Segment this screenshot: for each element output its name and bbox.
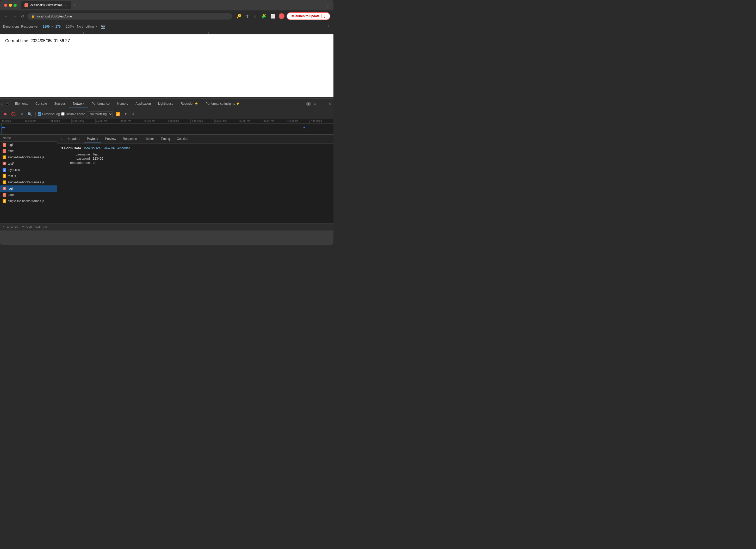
address-input[interactable]: 🔒 localhost:8080/test/time: [27, 13, 232, 20]
detail-tab-preview[interactable]: Preview: [102, 136, 119, 142]
page-content: Current time: 2024/05/05/ 01:56:27: [0, 34, 333, 97]
tab-console[interactable]: Console: [32, 100, 51, 108]
ni-icon-html: H: [3, 187, 6, 190]
preserve-log-checkbox[interactable]: [38, 112, 41, 116]
network-item-hooks3[interactable]: J single-file-hooks-frames.js: [0, 198, 57, 204]
tab-memory[interactable]: Memory: [113, 100, 132, 108]
maximize-button[interactable]: [14, 4, 17, 7]
ni-icon-js: J: [3, 155, 6, 159]
tab-close-button[interactable]: ×: [64, 3, 68, 7]
ni-icon-html: H: [3, 143, 6, 147]
view-url-encoded-link[interactable]: view URL-encoded: [104, 146, 130, 150]
detail-tab-cookies[interactable]: Cookies: [174, 136, 191, 142]
disable-cache-text: Disable cache: [66, 112, 85, 116]
network-item-login1[interactable]: H login: [0, 142, 57, 148]
devtools-close-button[interactable]: ×: [327, 101, 332, 107]
devtools-device-icon[interactable]: 📱: [5, 102, 9, 106]
throttling-label[interactable]: No throttling: [77, 25, 94, 28]
view-source-link[interactable]: view source: [84, 146, 101, 150]
tab-elements[interactable]: Elements: [11, 100, 32, 108]
lock-icon: 🔒: [31, 14, 35, 18]
tab-list-button[interactable]: ⌄: [326, 3, 329, 7]
network-item-time1[interactable]: H time: [0, 148, 57, 154]
tab-lighthouse[interactable]: Lighthouse: [154, 100, 177, 108]
network-item-hooks1[interactable]: J single-file-hooks-frames.js: [0, 154, 57, 160]
ni-icon-js: J: [3, 174, 6, 178]
tab-sources-label: Sources: [54, 102, 66, 105]
tab-perf-insights[interactable]: Performance insights ⚡: [202, 100, 243, 108]
detail-tab-response[interactable]: Response: [120, 136, 140, 142]
active-tab[interactable]: localhost:8080/test/time ×: [21, 1, 71, 9]
key-icon[interactable]: 🔑: [235, 13, 243, 20]
preserve-log-label[interactable]: Preserve log: [38, 112, 60, 116]
tab-sources[interactable]: Sources: [51, 100, 69, 108]
network-item-test[interactable]: H test/: [0, 160, 57, 167]
ni-icon-html: H: [3, 149, 6, 153]
toolbar-sep1: [35, 112, 36, 116]
throttling-select[interactable]: No throttling Slow 3G Fast 3G: [87, 111, 113, 117]
ni-label: login: [8, 143, 14, 147]
address-bar: ← → ↻ 🔒 localhost:8080/test/time 🔑 ⬆ ☆ 🧩…: [0, 10, 333, 22]
form-data-key-username: username:: [61, 153, 93, 156]
network-item-hooks2[interactable]: J single-file-hooks-frames.js: [0, 179, 57, 185]
search-button[interactable]: 🔍: [26, 111, 33, 117]
throttling-arrow: ▾: [96, 25, 97, 28]
tab-application[interactable]: Application: [132, 100, 154, 108]
detail-tab-timing[interactable]: Timing: [158, 136, 173, 142]
detail-tab-payload[interactable]: Payload: [84, 136, 101, 142]
detail-tab-payload-label: Payload: [87, 137, 98, 141]
disable-cache-checkbox[interactable]: [61, 112, 65, 116]
network-item-time2[interactable]: H time: [0, 192, 57, 198]
devtools-settings-button[interactable]: ⚙: [312, 101, 318, 107]
detail-tab-initiator[interactable]: Initiator: [141, 136, 157, 142]
share-icon[interactable]: ⬆: [245, 13, 250, 20]
wifi-button[interactable]: 📶: [114, 111, 121, 117]
detail-tab-cookies-label: Cookies: [177, 137, 188, 141]
network-item-testjs[interactable]: J test.js: [0, 173, 57, 179]
network-item-css[interactable]: C style.css: [0, 167, 57, 173]
disable-cache-label[interactable]: Disable cache: [61, 112, 85, 116]
viewport-more[interactable]: ⋮: [327, 25, 330, 28]
relaunch-more-icon: ⋮: [323, 14, 326, 18]
camera-button[interactable]: 📷: [99, 24, 106, 29]
extensions-icon[interactable]: 🧩: [260, 13, 267, 20]
ruler-mark-2: [42, 32, 83, 34]
split-icon[interactable]: ⬜: [269, 13, 277, 20]
form-data-remember: remember-me: on: [61, 161, 329, 165]
tab-network[interactable]: Network: [69, 100, 88, 108]
record-button[interactable]: ⏺: [2, 111, 8, 117]
tab-recorder[interactable]: Recorder ⚡: [177, 100, 202, 108]
detail-close-button[interactable]: ×: [59, 136, 64, 142]
timeline-mark-7: 35000 ms: [143, 119, 167, 123]
forward-button[interactable]: →: [11, 13, 18, 20]
traffic-lights: [4, 4, 17, 7]
bookmark-icon[interactable]: ☆: [252, 13, 258, 20]
devtools-more-button[interactable]: ⋮: [319, 101, 326, 107]
network-toolbar: ⏺ 🚫 ⫷ 🔍 Preserve log Disable cache No th…: [0, 109, 333, 119]
reload-button[interactable]: ↻: [20, 13, 25, 20]
close-button[interactable]: [4, 4, 7, 7]
ni-label: style.css: [8, 168, 20, 172]
devtools-inspector-icon[interactable]: ⬚: [1, 102, 4, 106]
profile-avatar[interactable]: E: [279, 13, 284, 19]
detail-tab-headers-label: Headers: [68, 137, 80, 141]
relaunch-button[interactable]: Relaunch to update ⋮: [287, 12, 330, 20]
ni-label: test/: [8, 162, 14, 165]
timeline-mark-4: 20000 ms: [71, 119, 95, 123]
ni-icon-html: H: [3, 193, 6, 197]
back-button[interactable]: ←: [3, 13, 9, 20]
filter-button[interactable]: ⫷: [18, 111, 25, 117]
download-har-button[interactable]: ⬇: [130, 111, 136, 117]
preserve-log-text: Preserve log: [42, 112, 60, 116]
tab-performance[interactable]: Performance: [88, 100, 113, 108]
detail-tab-initiator-label: Initiator: [144, 137, 154, 141]
upload-har-button[interactable]: ⬆: [123, 111, 129, 117]
dimensions-label[interactable]: Dimensions: Responsive: [3, 25, 38, 28]
clear-button[interactable]: 🚫: [10, 111, 17, 117]
zoom-level[interactable]: 100%: [66, 25, 74, 28]
ruler-mark-5: [167, 32, 208, 34]
new-tab-button[interactable]: +: [72, 3, 77, 8]
detail-tab-headers[interactable]: Headers: [65, 136, 83, 142]
minimize-button[interactable]: [9, 4, 12, 7]
network-item-login2-selected[interactable]: H login: [0, 185, 57, 192]
